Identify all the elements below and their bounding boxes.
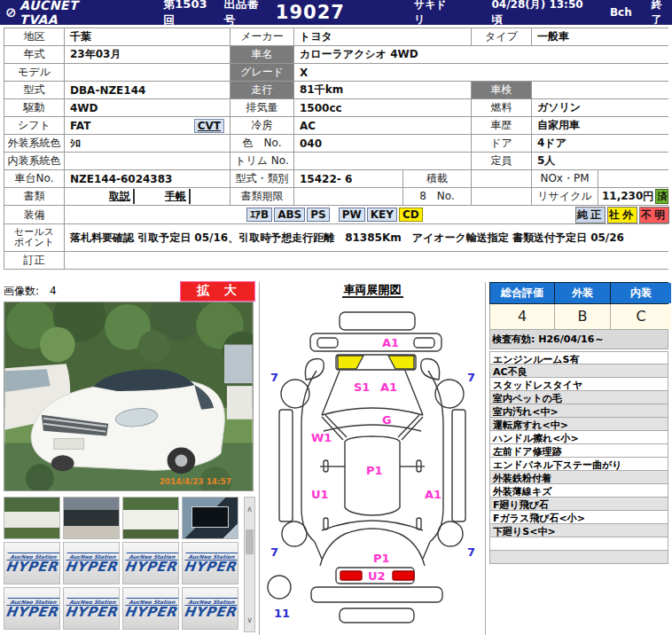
thumbnail-photo-front[interactable] [4, 497, 60, 539]
grade-value: X [294, 64, 671, 81]
doc-deadline-label: 書類期限 [231, 188, 293, 205]
equipment-label: 装備 [4, 206, 64, 223]
color-no-value: 040 [294, 135, 471, 152]
documents-label: 書類 [4, 188, 64, 205]
model-value [65, 64, 230, 81]
head-lamp-left [340, 571, 362, 580]
maker-value: トヨタ [294, 28, 471, 45]
rear-bumper-shape [310, 333, 441, 351]
note-item: 室内ペットの毛 [489, 391, 668, 404]
mark-rear-pillar-left: S1 [354, 380, 370, 394]
thumbnail-photo-interior[interactable] [63, 497, 120, 539]
vehicle-photo[interactable]: 2014/4/23 14:57 [4, 302, 254, 491]
doors-value: 4ドア [532, 135, 671, 152]
note-item-empty [489, 551, 668, 564]
thumbnail-scrollbar[interactable]: ∧ ∨ [244, 497, 255, 632]
note-item: 外装鉄粉付着 [489, 471, 668, 484]
note-item: ハンドル擦れ<小> [489, 431, 668, 444]
nox-value [598, 170, 671, 187]
year-value: 23年03月 [65, 46, 230, 63]
capacity-value: 5人 [532, 153, 671, 169]
thumbnail-placeholder[interactable]: AucNeo Station HYPER [63, 587, 120, 630]
aucnet-logo: ⊘ AUCNET TVAA [5, 0, 117, 27]
logo-text: AUCNET TVAA [20, 0, 117, 27]
image-count-row: 画像数: 4 拡 大 [4, 282, 255, 300]
tire-count-spare: 11 [274, 607, 290, 620]
thumbnail-photo-rear[interactable] [122, 497, 179, 539]
thumbnail-placeholder[interactable]: AucNeo Station HYPER [122, 587, 179, 630]
thumbnail-placeholder[interactable]: AucNeo Station HYPER [122, 542, 179, 584]
thumbnail-placeholder[interactable]: AucNeo Station HYPER [4, 542, 60, 584]
key-badge: KEY [367, 208, 397, 222]
abs-badge: ABS [274, 208, 305, 222]
evaluation-values: 4 B C [489, 304, 668, 330]
thumbnail-placeholder[interactable]: AucNeo Station HYPER [4, 587, 60, 630]
airbag-badge: ｴｱB [246, 208, 272, 222]
vehicle-diagram: A1 S1 A1 G W1 P1 U1 A1 P1 U2 7 7 7 7 11 [260, 302, 485, 633]
diagram-title: 車両展開図 [260, 282, 485, 302]
mark-right-door: A1 [425, 488, 441, 501]
record-book-link[interactable]: 手帳 [165, 189, 191, 204]
ext-color-label: 外装系統色 [4, 135, 64, 152]
thumbnail-placeholder[interactable]: AucNeo Station HYPER [63, 542, 120, 584]
overall-grade: 4 [490, 304, 554, 329]
mark-rear-pillar-right: A1 [380, 380, 397, 394]
car-name-label: 車名 [231, 46, 293, 63]
region-value: 千葉 [65, 28, 230, 45]
thumbnail-photo-plate[interactable] [182, 497, 238, 539]
color-no-label: 色 No. [231, 135, 293, 152]
capacity-label: 定員 [472, 153, 531, 169]
interior-grade: C [611, 304, 671, 329]
mark-rear-seat: G [382, 413, 392, 427]
model-code-value: DBA-NZE144 [65, 82, 230, 98]
scroll-up-icon[interactable]: ∧ [246, 505, 253, 513]
thumbnail-grid: AucNeo Station HYPER AucNeo Station HYPE… [4, 497, 241, 630]
right-sill [452, 410, 465, 521]
auction-datetime: 04/28(月) 13:50頃 [491, 0, 590, 27]
thumbnail-placeholder[interactable]: AucNeo Station HYPER [182, 542, 238, 584]
hyper-logo: AucNeo Station HYPER [64, 553, 119, 574]
note-item: 下廻りS<中> [489, 524, 668, 537]
front-bumper-shape [311, 587, 442, 602]
note-item: エンジンルームS有 [489, 351, 668, 365]
exterior-grade-header: 外装 [555, 283, 610, 303]
sales-point-label: セールス ポイント [4, 224, 64, 251]
equipment-value: ｴｱB ABS PS PW KEY CD 純正 社外 不明 [65, 206, 671, 223]
hyper-logo: AucNeo Station HYPER [4, 598, 59, 619]
displacement-label: 排気量 [231, 99, 293, 116]
thumbnail-placeholder[interactable]: AucNeo Station HYPER [182, 587, 238, 630]
hyper-logo: AucNeo Station HYPER [123, 553, 178, 574]
grade-label: グレード [231, 64, 293, 81]
cvt-badge[interactable]: CVT [194, 119, 224, 133]
fuel-label: 燃料 [472, 99, 531, 116]
nox-label: NOx・PM [532, 170, 598, 187]
note-item: AC不良 [489, 365, 668, 378]
legend-aftermarket: 社外 [607, 207, 637, 223]
correction-label: 訂正 [4, 252, 64, 269]
history-value: 自家用車 [532, 117, 671, 134]
legend-unknown: 不明 [639, 207, 669, 223]
auction-round: 第1503回 [163, 0, 216, 28]
enlarge-button[interactable]: 拡 大 [180, 281, 255, 302]
note-item-empty [489, 537, 668, 551]
overall-grade-header: 総合評価 [490, 283, 554, 303]
trim-no-value [294, 153, 471, 169]
scroll-down-icon[interactable]: ∨ [246, 615, 253, 624]
image-count-label: 画像数: [4, 284, 39, 299]
manual-link[interactable]: 取説 [109, 189, 135, 204]
recycle-label: リサイクル [532, 188, 598, 205]
tire-count-front-left: 7 [270, 545, 278, 559]
exterior-grade: B [555, 304, 610, 329]
shift-value: FAT CVT [65, 117, 230, 134]
trim-no-label: トリム No. [231, 153, 293, 169]
aucnet-logo-icon: ⊘ [5, 4, 17, 20]
scrollbar-thumb[interactable] [246, 529, 254, 554]
image-panel: 画像数: 4 拡 大 [4, 282, 255, 635]
maker-label: メーカー [231, 28, 293, 45]
auction-lane: Bch [610, 6, 632, 19]
shift-type: FAT [70, 120, 90, 132]
lot-number-label: 出品番号 [224, 0, 269, 28]
model-label: モデル [4, 64, 64, 81]
shaken-label: 車検 [472, 82, 531, 98]
type-class-label: 型式・類別 [231, 170, 293, 187]
